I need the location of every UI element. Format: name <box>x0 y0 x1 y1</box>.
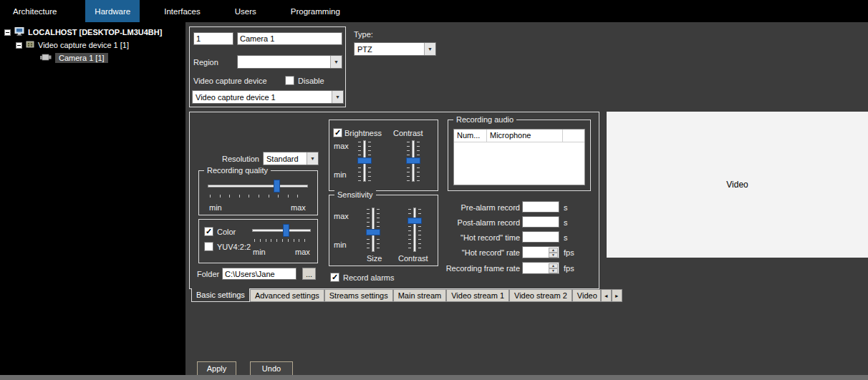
chevron-down-icon[interactable]: ▼ <box>330 56 342 68</box>
audio-table-header: Num... Microphone <box>454 130 584 142</box>
tree-item-localhost[interactable]: LOCALHOST [DESKTOP-LM3U4BH] <box>4 26 162 38</box>
tab-advanced-settings[interactable]: Advanced settings <box>250 289 324 302</box>
apply-button[interactable]: Apply <box>197 361 236 376</box>
disable-checkbox[interactable] <box>285 76 294 85</box>
tab-video-stream-2[interactable]: Video stream 2 <box>509 289 572 302</box>
sensitivity-contrast-label: Contrast <box>398 254 428 263</box>
chevron-down-icon[interactable]: ▼ <box>424 43 435 55</box>
capture-device-label: Video capture device <box>193 77 267 85</box>
tab-scroll-left-icon[interactable]: ◄ <box>601 289 612 302</box>
sensitivity-size-slider[interactable] <box>365 208 381 252</box>
region-select[interactable]: ▼ <box>237 55 342 69</box>
quality-max-label: max <box>291 203 306 212</box>
camera-name-field[interactable] <box>237 32 342 45</box>
folder-label: Folder <box>197 270 219 278</box>
color-checkbox[interactable] <box>204 227 213 236</box>
tab-architecture[interactable]: Architecture <box>6 0 64 22</box>
hot-record-rate-label: "Hot record" rate <box>427 248 520 257</box>
capture-device-value: Video capture device 1 <box>196 93 276 102</box>
slider-ticks <box>210 195 307 198</box>
pre-alarm-field[interactable] <box>522 201 559 213</box>
recording-audio-title: Recording audio <box>453 115 516 124</box>
recording-quality-title: Recording quality <box>204 166 271 175</box>
hot-record-time-label: "Hot record" time <box>427 233 520 242</box>
tab-hardware[interactable]: Hardware <box>85 0 140 22</box>
slider-thumb[interactable] <box>406 157 420 164</box>
tab-programming[interactable]: Programming <box>284 0 347 22</box>
tab-main-stream[interactable]: Main stream <box>393 289 447 302</box>
brightness-checkbox[interactable] <box>333 128 342 137</box>
recording-audio-table[interactable]: Num... Microphone <box>453 129 585 185</box>
type-select[interactable]: PTZ ▼ <box>354 42 436 56</box>
chevron-down-icon[interactable]: ▼ <box>307 152 318 165</box>
hot-record-time-unit: s <box>564 233 568 242</box>
bottom-status-strip <box>0 375 868 380</box>
slider-track[interactable] <box>252 229 311 232</box>
contrast-slider[interactable] <box>405 140 421 182</box>
recording-frame-rate-unit: fps <box>564 264 574 273</box>
record-alarms-checkbox[interactable] <box>330 273 339 282</box>
tab-streams-settings[interactable]: Streams settings <box>324 289 393 302</box>
tab-basic-settings[interactable]: Basic settings <box>191 288 250 302</box>
hardware-tree-panel: LOCALHOST [DESKTOP-LM3U4BH] Video captur… <box>0 22 185 375</box>
camera-id-field[interactable] <box>193 32 233 45</box>
chevron-down-icon[interactable]: ▼ <box>332 91 343 103</box>
yuv-label: YUV4:2:2 <box>217 243 251 251</box>
folder-field[interactable] <box>222 268 296 280</box>
type-value: PTZ <box>357 45 372 54</box>
color-min-label: min <box>253 248 266 256</box>
hot-record-time-field[interactable] <box>522 231 559 243</box>
slider-track[interactable] <box>208 185 308 187</box>
tree-item-capture-device[interactable]: Video capture device 1 [1] <box>16 39 129 51</box>
column-microphone[interactable]: Microphone <box>487 130 563 142</box>
tab-interfaces[interactable]: Interfaces <box>157 0 208 22</box>
resolution-label: Resolution <box>222 155 259 163</box>
slider-ticks <box>418 209 421 251</box>
tree-item-label: LOCALHOST [DESKTOP-LM3U4BH] <box>28 28 162 36</box>
spin-down-icon[interactable]: ▼ <box>549 268 558 273</box>
tab-video-truncated[interactable]: Video <box>572 289 601 302</box>
recording-frame-rate-spinner[interactable]: ▲ ▼ <box>522 262 559 274</box>
post-alarm-field[interactable] <box>522 216 559 228</box>
slider-thumb[interactable] <box>366 229 380 235</box>
capture-device-select[interactable]: Video capture device 1 ▼ <box>192 90 344 104</box>
slider-thumb[interactable] <box>283 224 289 237</box>
recording-frame-rate-label: Recording frame rate <box>427 264 520 273</box>
yuv-checkbox[interactable] <box>204 242 213 251</box>
tree-item-camera[interactable]: Camera 1 [1] <box>40 52 108 64</box>
spin-down-icon[interactable]: ▼ <box>549 253 558 258</box>
pre-alarm-label: Pre-alarm record <box>427 203 520 212</box>
column-num[interactable]: Num... <box>454 130 487 142</box>
hot-record-rate-spinner[interactable]: ▲ ▼ <box>522 246 559 258</box>
undo-button[interactable]: Undo <box>250 361 293 376</box>
spin-up-icon[interactable]: ▲ <box>549 248 558 253</box>
region-label: Region <box>193 58 218 67</box>
settings-tab-strip: Basic settings Advanced settings Streams… <box>191 288 622 303</box>
brightness-min-label: min <box>334 170 347 179</box>
spinner-buttons: ▲ ▼ <box>549 248 558 257</box>
brightness-slider[interactable] <box>357 140 372 182</box>
tab-users[interactable]: Users <box>228 0 264 22</box>
post-alarm-label: Post-alarm record <box>427 218 520 227</box>
spin-up-icon[interactable]: ▲ <box>549 263 558 268</box>
browse-button[interactable]: ... <box>302 268 316 280</box>
top-menu-bar: Architecture Hardware Interfaces Users P… <box>0 0 868 22</box>
color-max-label: max <box>295 248 310 256</box>
resolution-select[interactable]: Standard ▼ <box>263 152 319 165</box>
post-alarm-unit: s <box>564 218 568 227</box>
camera-icon <box>40 54 52 62</box>
tab-video-stream-1[interactable]: Video stream 1 <box>446 289 509 302</box>
tree-item-label-selected: Camera 1 [1] <box>55 53 108 63</box>
collapse-icon[interactable] <box>4 29 11 36</box>
contrast-label: Contrast <box>393 129 423 137</box>
color-slider[interactable] <box>252 223 311 243</box>
sensitivity-title: Sensitivity <box>334 190 376 199</box>
slider-track[interactable] <box>413 208 416 252</box>
slider-thumb[interactable] <box>408 218 422 224</box>
collapse-icon[interactable] <box>16 42 22 49</box>
sensitivity-contrast-slider[interactable] <box>407 208 423 252</box>
tab-scroll-right-icon[interactable]: ► <box>612 289 622 302</box>
slider-thumb[interactable] <box>357 157 372 164</box>
recording-quality-slider[interactable] <box>208 179 308 199</box>
slider-thumb[interactable] <box>274 180 280 193</box>
